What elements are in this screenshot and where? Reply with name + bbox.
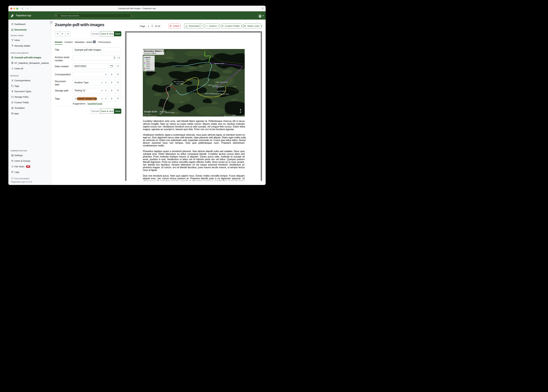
svg-text:Day 4: Day 4 [146, 64, 150, 66]
svg-text:Canoe Island: Canoe Island [205, 93, 213, 94]
svg-text:© 2017 Google: © 2017 Google [143, 114, 151, 115]
svg-text:Indian Grave Island: Indian Grave Island [216, 81, 228, 83]
svg-text:Google Earth: Google Earth [144, 110, 157, 113]
svg-text:Lincoln Island: Lincoln Island [217, 90, 225, 92]
svg-text:Legend: Legend [144, 56, 150, 58]
svg-text:Washington Island: Washington Island [212, 86, 224, 87]
svg-text:New York Island: New York Island [174, 81, 184, 83]
svg-text:Day 2: Day 2 [146, 60, 150, 62]
svg-text:Boundary Waters Trip: Boundary Waters Trip [144, 50, 166, 52]
svg-text:Gary Island: Gary Island [176, 83, 184, 84]
svg-text:Image © 2017 DigitalGlobe: Image © 2017 DigitalGlobe [143, 115, 157, 117]
svg-text:Day 6: Day 6 [146, 68, 150, 69]
svg-text:N: N [240, 111, 241, 113]
svg-text:Day 5: Day 5 [146, 66, 150, 67]
svg-text:3 mi: 3 mi [233, 114, 235, 116]
svg-text:Day 3: Day 3 [146, 62, 150, 64]
svg-text:Text: Text [192, 90, 196, 93]
svg-text:Hausons Island: Hausons Island [215, 63, 224, 64]
svg-text:Entry Point 24: Entry Point 24 [146, 70, 155, 71]
svg-text:Half Dog Island: Half Dog Island [209, 84, 218, 86]
svg-text:Six days in BWCA: Six days in BWCA [144, 53, 156, 54]
svg-text:?: ? [12, 178, 13, 179]
svg-text:Squirrel Island: Squirrel Island [220, 93, 229, 95]
svg-text:Day 1: Day 1 [146, 59, 150, 60]
svg-text:Charlies Island: Charlies Island [165, 112, 174, 113]
